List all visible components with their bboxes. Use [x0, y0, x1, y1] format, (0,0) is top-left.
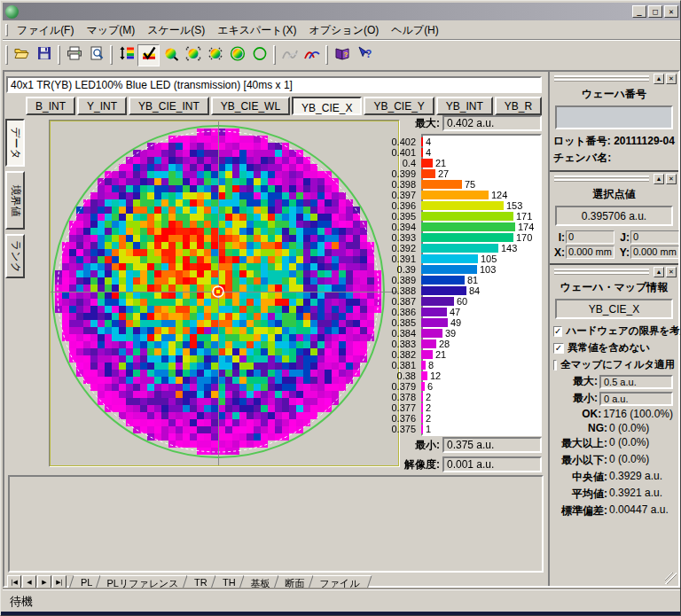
panel-close-button[interactable]: ✕	[666, 174, 677, 184]
measurement-field[interactable]: 40x1 TR(YB) LED100% Blue LED (transmissi…	[6, 76, 542, 93]
histogram-bin-bar	[421, 339, 436, 348]
checkbox-checked[interactable]: ✓	[553, 343, 564, 354]
stat-value: 0.00447 a.u.	[609, 503, 673, 519]
menu-item-1[interactable]: マップ(M)	[80, 21, 141, 40]
histogram-rows: 0.40240.40140.4210.399270.398750.3971240…	[389, 136, 542, 434]
histogram-bin-count: 60	[454, 296, 467, 307]
toolbar-grip[interactable]	[325, 45, 328, 65]
print-preview-button[interactable]	[85, 44, 107, 66]
panel-header[interactable]: ▲ ✕	[550, 172, 678, 185]
save-button[interactable]	[33, 44, 55, 66]
menu-grip[interactable]	[5, 24, 8, 36]
menu-item-3[interactable]: エキスパート(X)	[211, 21, 302, 40]
coord-y-field[interactable]: 0.000 mm	[630, 246, 679, 259]
toolbar-grip[interactable]	[273, 45, 276, 65]
histogram-bin-bar	[421, 169, 435, 178]
coord-i-label: I:	[553, 231, 566, 244]
histogram-bin: 0.39927	[389, 168, 542, 179]
selected-point-value-box: 0.395706 a.u.	[555, 206, 673, 226]
toolbar-grip[interactable]	[5, 45, 8, 65]
histogram-min-field[interactable]: 0.375 a.u.	[442, 437, 542, 453]
selected-point-title: 選択点値	[550, 185, 678, 205]
map-tab-yb_cie_int[interactable]: YB_CIE_INT	[129, 97, 209, 115]
map-tab-yb_int[interactable]: YB_INT	[436, 97, 493, 115]
toolbar-grip[interactable]	[110, 45, 113, 65]
map-zoom-button[interactable]	[160, 44, 182, 66]
minimize-button[interactable]: _	[632, 5, 646, 18]
sheet-tab-6[interactable]: ファイル	[308, 575, 372, 589]
maximize-button[interactable]: □	[648, 5, 662, 18]
histogram-bin-value: 0.397	[389, 190, 421, 200]
toolbar-grip[interactable]	[58, 45, 60, 65]
coord-j-field[interactable]: 0	[630, 230, 679, 244]
map-select-button[interactable]	[182, 44, 204, 66]
panel-grip[interactable]	[554, 75, 649, 82]
coord-x-field[interactable]: 0.000 mm	[566, 246, 614, 259]
checkbox-checked[interactable]: ✓	[553, 326, 562, 337]
menu-item-2[interactable]: スケール(S)	[141, 21, 211, 40]
side-tab-2[interactable]: ランク	[5, 234, 25, 278]
histogram-bin-value: 0.375	[389, 424, 421, 434]
map-color-button[interactable]	[226, 44, 248, 66]
map-name-box: YB_CIE_X	[555, 299, 673, 319]
panel-collapse-button[interactable]: ▲	[654, 174, 664, 184]
map-tab-yb_cie_x[interactable]: YB_CIE_X	[292, 97, 362, 115]
open-button[interactable]	[11, 44, 33, 66]
histogram-bin: 0.38884	[389, 285, 542, 296]
sheet-tab-label: PLリファレンス	[107, 577, 179, 590]
curve-fit-button[interactable]	[301, 44, 323, 66]
sheet-nav-3[interactable]: ▶|	[52, 575, 67, 589]
panel-collapse-button[interactable]: ▲	[654, 267, 664, 277]
filter-max-field[interactable]: 0.5 a.u.	[599, 375, 673, 389]
map-select-2-button[interactable]	[204, 44, 226, 66]
print-button[interactable]	[63, 44, 85, 66]
map-tab-yb_r[interactable]: YB_R	[495, 97, 542, 115]
stat-value: 0.3929 a.u.	[609, 470, 673, 485]
palette-check-button[interactable]	[137, 44, 160, 66]
help-context-button[interactable]: ?	[353, 44, 375, 66]
menu-item-0[interactable]: ファイル(F)	[11, 21, 80, 40]
sheet-nav-1[interactable]: ◀	[22, 575, 36, 589]
curve-icon	[282, 46, 298, 64]
coord-i-field[interactable]: 0	[566, 230, 614, 244]
title-bar[interactable]: _ □ ✕	[3, 3, 680, 20]
close-button[interactable]: ✕	[664, 5, 678, 18]
panel-header[interactable]: ▲ ✕	[550, 265, 678, 278]
filter-min-field[interactable]: 0 a.u.	[599, 392, 673, 406]
histogram-bin-value: 0.399	[389, 168, 421, 179]
map-tab-yb_cie_wl[interactable]: YB_CIE_WL	[211, 97, 290, 115]
histogram-bin-count: 75	[462, 179, 475, 190]
panel-close-button[interactable]: ✕	[666, 267, 677, 277]
wafer-map-area[interactable]	[50, 121, 399, 466]
side-tab-1[interactable]: 境界値	[5, 171, 25, 230]
help-book-button[interactable]: ?	[331, 44, 353, 66]
map-tab-b_int[interactable]: B_INT	[26, 97, 75, 115]
menu-item-5[interactable]: ヘルプ(H)	[385, 21, 445, 40]
histogram-bin-bar	[421, 254, 478, 263]
panel-grip[interactable]	[554, 175, 649, 182]
coord-y-label: Y:	[618, 246, 630, 259]
panel-grip[interactable]	[554, 269, 649, 275]
panel-header[interactable]: ▲ ✕	[550, 72, 678, 85]
wafer-map-canvas[interactable]	[51, 121, 398, 465]
resize-grip[interactable]	[665, 573, 677, 584]
side-tab-0[interactable]: データ	[5, 119, 25, 167]
map-tab-y_int[interactable]: Y_INT	[77, 97, 127, 115]
scale-button[interactable]	[115, 44, 137, 66]
panel-close-button[interactable]: ✕	[666, 74, 677, 84]
map-tab-yb_cie_y[interactable]: YB_CIE_Y	[364, 97, 434, 115]
histogram-max-field[interactable]: 0.402 a.u.	[442, 115, 542, 131]
checkbox-unchecked[interactable]	[553, 360, 557, 370]
sheet-tab-1[interactable]: PLリファレンス	[96, 575, 192, 589]
toolbar: ??	[3, 41, 680, 69]
histogram-bin-count: 103	[477, 264, 496, 275]
histogram-bin-count: 49	[448, 317, 461, 328]
sheet-nav-0[interactable]: |◀	[7, 575, 21, 589]
sheet-nav-2[interactable]: ▶	[37, 575, 51, 589]
side-tab-label: データ	[8, 127, 23, 160]
map-outline-button[interactable]	[248, 44, 270, 66]
stat-label: OK:	[550, 408, 603, 420]
panel-collapse-button[interactable]: ▲	[654, 74, 664, 84]
histogram-resolution-field[interactable]: 0.001 a.u.	[442, 456, 542, 472]
menu-item-4[interactable]: オプション(O)	[303, 21, 386, 40]
